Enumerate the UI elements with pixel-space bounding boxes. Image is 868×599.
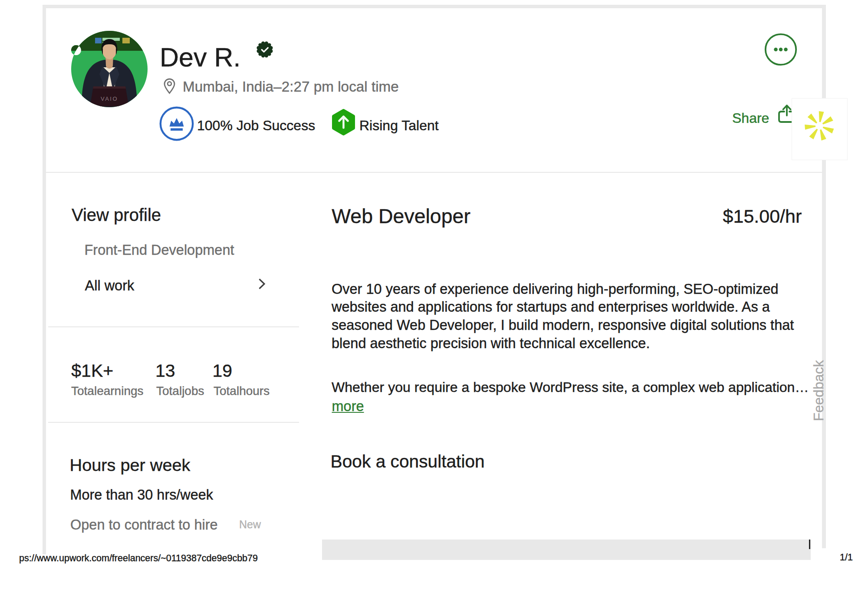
svg-text:VAIO: VAIO [101, 95, 118, 102]
